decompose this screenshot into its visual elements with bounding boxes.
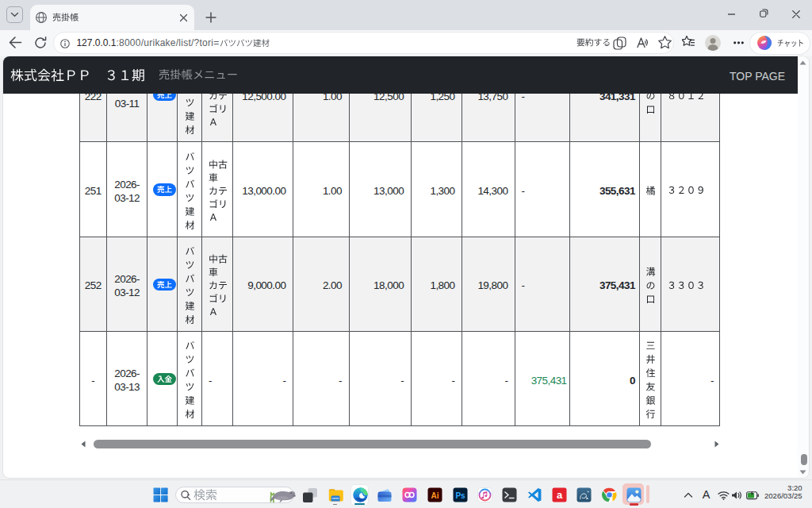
svg-text:Ai: Ai [431,491,439,500]
svg-text:Ps: Ps [455,491,465,500]
svg-text:a: a [557,489,563,501]
